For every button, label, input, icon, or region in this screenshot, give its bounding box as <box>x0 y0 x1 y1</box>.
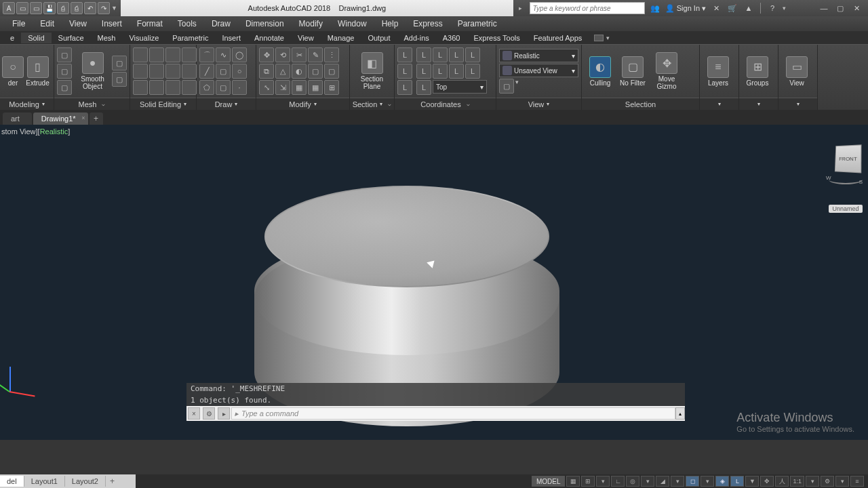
infocenter-icon[interactable]: 👥 <box>649 2 661 14</box>
minimize-icon[interactable]: — <box>818 2 830 14</box>
btn-groups[interactable]: ⊞Groups <box>742 56 773 87</box>
qat-open-icon[interactable]: ▭ <box>30 2 42 14</box>
md-11[interactable]: ⤡ <box>259 80 274 95</box>
rtab-home-trunc[interactable]: e <box>3 33 21 43</box>
viewcube-compass[interactable] <box>829 175 863 184</box>
menu-window[interactable]: Window <box>331 18 374 30</box>
panel-title-solid-editing[interactable]: Solid Editing <box>140 100 181 108</box>
cmd-recent-icon[interactable]: ▸ <box>218 407 230 420</box>
status-drop4[interactable]: ▾ <box>701 476 714 487</box>
mesh-sm4[interactable]: ▢ <box>112 56 127 70</box>
co-4[interactable]: L <box>416 47 431 62</box>
dr-4[interactable]: ╱ <box>199 64 214 79</box>
menu-draw[interactable]: Draw <box>205 18 237 30</box>
status-model[interactable]: MODEL <box>532 476 566 487</box>
panel-title-modify[interactable]: Modify <box>289 100 311 108</box>
co-3[interactable]: L <box>397 80 412 95</box>
se-1[interactable] <box>133 47 148 62</box>
layers-drop[interactable]: ▾ <box>718 101 721 107</box>
rtab-addins[interactable]: Add-ins <box>397 33 435 43</box>
layout-tab-2[interactable]: Layout2 <box>65 476 106 487</box>
menu-file[interactable]: File <box>5 18 32 30</box>
viewcube[interactable]: FRONT Unnamed <box>829 145 863 206</box>
command-input[interactable]: ▸Type a command <box>231 407 675 420</box>
dr-2[interactable]: ∿ <box>216 47 231 62</box>
status-grid-icon[interactable]: ▦ <box>566 476 580 487</box>
btn-section-plane[interactable]: ◧Section Plane <box>353 52 391 90</box>
menu-express[interactable]: Express <box>406 18 449 30</box>
se-2[interactable] <box>149 47 164 62</box>
co-9[interactable]: L <box>433 64 448 79</box>
btn-cylinder[interactable]: ○der <box>3 56 23 87</box>
mesh-sm2[interactable]: ▢ <box>57 64 72 79</box>
status-customize-icon[interactable]: ≡ <box>850 476 864 487</box>
qat-redo-icon[interactable]: ↷ <box>98 2 110 14</box>
co-8[interactable]: L <box>416 64 431 79</box>
ribbon-ws-drop[interactable]: ▾ <box>606 35 613 41</box>
co-2[interactable]: L <box>397 64 412 79</box>
co-12[interactable]: L <box>416 80 431 95</box>
menu-edit[interactable]: Edit <box>33 18 61 30</box>
visual-style-combo[interactable]: Realistic▾ <box>499 49 578 62</box>
qat-undo-icon[interactable]: ↶ <box>84 2 96 14</box>
btn-view[interactable]: ▭View <box>781 56 812 87</box>
qat-save-icon[interactable]: 💾 <box>43 2 56 14</box>
se-6[interactable] <box>149 64 164 79</box>
groups-drop[interactable]: ▾ <box>757 101 760 107</box>
rtab-view[interactable]: View <box>291 33 321 43</box>
status-annoscale-icon[interactable]: 人 <box>775 476 789 487</box>
rtab-manage[interactable]: Manage <box>321 33 361 43</box>
md-7[interactable]: △ <box>275 64 290 79</box>
co-1[interactable]: L <box>397 47 412 62</box>
status-drop1[interactable]: ▾ <box>596 476 610 487</box>
rtab-output[interactable]: Output <box>361 33 397 43</box>
status-snap-icon[interactable]: ⊞ <box>581 476 595 487</box>
md-15[interactable]: ⊞ <box>324 80 339 95</box>
status-drop5[interactable]: ▾ <box>806 476 819 487</box>
status-gear-icon[interactable]: ⚙ <box>821 476 834 487</box>
status-gizmo-icon[interactable]: ✥ <box>760 476 774 487</box>
signin-link[interactable]: 👤 Sign In ▾ <box>665 4 706 13</box>
cart-icon[interactable]: 🛒 <box>726 2 738 14</box>
coord-top-combo[interactable]: Top▾ <box>433 80 487 94</box>
md-12[interactable]: ⇲ <box>275 80 290 95</box>
md-4[interactable]: ✎ <box>308 47 323 62</box>
se-3[interactable] <box>165 47 180 62</box>
help-search-input[interactable] <box>530 2 645 14</box>
menu-modify[interactable]: Modify <box>292 18 330 30</box>
md-13[interactable]: ▦ <box>292 80 307 95</box>
maximize-icon[interactable]: ▢ <box>834 2 846 14</box>
ucs-icon[interactable] <box>5 365 39 399</box>
viewport[interactable]: stom View][Realistic] FRONT Unnamed Acti… <box>0 125 868 440</box>
menu-parametric[interactable]: Parametric <box>451 18 504 30</box>
cmd-options-icon[interactable]: ⚙ <box>203 407 215 420</box>
qat-dropdown-icon[interactable]: ▼ <box>111 5 118 12</box>
status-dynucs-icon[interactable]: L <box>730 476 744 487</box>
md-6[interactable]: ⧉ <box>259 64 274 79</box>
vw-drop[interactable]: ▾ <box>515 79 522 94</box>
dr-1[interactable]: ⌒ <box>199 47 214 62</box>
tab-add-button[interactable]: + <box>90 113 103 125</box>
vw-icon[interactable]: ▢ <box>499 79 514 94</box>
menu-format[interactable]: Format <box>130 18 170 30</box>
dr-9[interactable]: · <box>232 80 247 95</box>
rtab-surface[interactable]: Surface <box>52 33 91 43</box>
panel-title-draw[interactable]: Draw <box>215 100 233 108</box>
dr-3[interactable]: ◯ <box>232 47 247 62</box>
rtab-a360[interactable]: A360 <box>436 33 467 43</box>
status-osnap-icon[interactable]: ◻ <box>686 476 699 487</box>
btn-extrude[interactable]: ▯Extrude <box>24 56 51 87</box>
status-3dosnap-icon[interactable]: ◈ <box>715 476 729 487</box>
se-11[interactable] <box>165 80 180 95</box>
co-6[interactable]: L <box>449 47 464 62</box>
ribbon-ws-icon[interactable] <box>594 35 604 41</box>
tab-close-icon[interactable]: × <box>81 115 85 121</box>
app-menu-button[interactable]: A <box>3 2 15 14</box>
rtab-insert[interactable]: Insert <box>215 33 248 43</box>
menu-tools[interactable]: Tools <box>171 18 203 30</box>
dr-8[interactable]: ▢ <box>216 80 231 95</box>
status-filter-icon[interactable]: ▼ <box>745 476 759 487</box>
rtab-solid[interactable]: Solid <box>21 33 51 43</box>
se-8[interactable] <box>182 64 197 79</box>
help-icon[interactable]: ? <box>766 2 778 14</box>
